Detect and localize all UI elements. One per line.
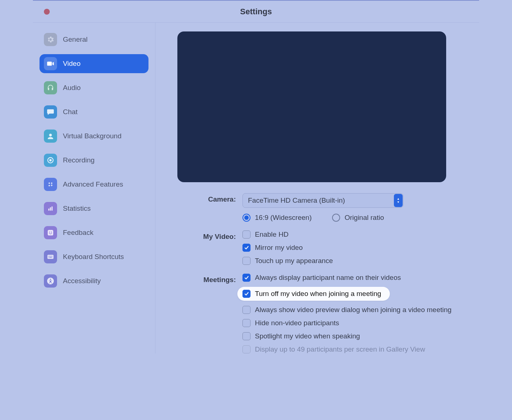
svg-rect-7 [50, 207, 51, 211]
smile-icon [44, 226, 57, 239]
turn-off-video-label: Turn off my video when joining a meeting [255, 290, 381, 298]
sidebar-item-label: Feedback [63, 229, 93, 237]
svg-rect-12 [48, 255, 54, 259]
svg-point-2 [49, 159, 52, 161]
sidebar-item-label: Video [63, 60, 80, 68]
hide-non-video-option[interactable]: Hide non-video participants [242, 319, 464, 327]
sidebar-item-label: Chat [63, 108, 78, 116]
checkbox-icon [242, 345, 251, 353]
svg-rect-8 [52, 206, 53, 211]
my-video-label: My Video: [177, 230, 236, 241]
checkbox-icon [242, 319, 251, 327]
statistics-icon [44, 202, 57, 215]
always-preview-label: Always show video preview dialog when jo… [255, 306, 452, 314]
svg-rect-15 [51, 256, 52, 256]
sidebar-item-label: Advanced Features [63, 180, 123, 188]
always-display-name-option[interactable]: Always display participant name on their… [242, 274, 464, 282]
sidebar-item-virtual-background[interactable]: Virtual Background [39, 127, 148, 146]
checkbox-icon [242, 306, 251, 314]
sidebar-item-recording[interactable]: Recording [39, 151, 148, 170]
gallery-49-option: Display up to 49 participants per screen… [242, 345, 464, 353]
window-title: Settings [240, 7, 272, 16]
aspect-widescreen-option[interactable]: 16:9 (Widescreen) [242, 214, 312, 222]
sidebar-item-accessibility[interactable]: Accessibility [39, 271, 148, 290]
camera-select-value: FaceTime HD Camera (Built-in) [248, 196, 345, 205]
mirror-video-option[interactable]: Mirror my video [242, 244, 464, 252]
always-preview-option[interactable]: Always show video preview dialog when jo… [242, 306, 464, 314]
window-close-button[interactable] [44, 9, 50, 15]
spotlight-option[interactable]: Spotlight my video when speaking [242, 332, 464, 340]
enable-hd-option[interactable]: Enable HD [242, 230, 464, 239]
record-icon [44, 154, 57, 167]
always-display-name-label: Always display participant name on their… [255, 274, 401, 282]
sidebar-item-general[interactable]: General [39, 30, 148, 49]
sidebar: General Video Audio Chat [33, 23, 155, 353]
svg-rect-6 [48, 209, 49, 211]
accessibility-icon [44, 274, 57, 288]
svg-rect-13 [49, 256, 49, 256]
video-preview [177, 31, 446, 182]
svg-rect-9 [48, 230, 53, 236]
stepper-icon: ▲▼ [394, 194, 403, 207]
aspect-original-label: Original ratio [345, 214, 384, 222]
spotlight-label: Spotlight my video when speaking [255, 332, 360, 340]
gallery-49-label: Display up to 49 participants per screen… [255, 345, 425, 353]
enable-hd-label: Enable HD [255, 230, 289, 239]
camera-label: Camera: [177, 193, 236, 203]
sidebar-item-feedback[interactable]: Feedback [39, 223, 148, 242]
touch-up-label: Touch up my appearance [255, 257, 333, 265]
svg-point-11 [51, 232, 52, 233]
keyboard-icon [44, 250, 57, 263]
sidebar-item-keyboard-shortcuts[interactable]: Keyboard Shortcuts [39, 247, 148, 266]
sidebar-item-statistics[interactable]: Statistics [39, 199, 148, 218]
aspect-widescreen-label: 16:9 (Widescreen) [255, 214, 312, 222]
chat-icon [44, 105, 57, 119]
aspect-ratio-group: 16:9 (Widescreen) Original ratio [242, 214, 464, 222]
settings-window: Settings General Video Audio [33, 0, 479, 353]
plus-icon [44, 178, 57, 191]
gear-icon [44, 33, 57, 46]
meetings-label: Meetings: [177, 274, 236, 284]
main-panel: Camera: FaceTime HD Camera (Built-in) ▲▼… [155, 23, 479, 353]
sidebar-item-advanced-features[interactable]: Advanced Features [39, 175, 148, 194]
sidebar-item-label: Audio [63, 84, 81, 92]
svg-point-3 [49, 183, 50, 184]
checkbox-icon [242, 332, 251, 340]
hide-non-video-label: Hide non-video participants [255, 319, 339, 327]
sidebar-item-label: Recording [63, 156, 95, 164]
mirror-video-label: Mirror my video [255, 244, 303, 252]
checkbox-icon [242, 274, 251, 282]
aspect-original-option[interactable]: Original ratio [332, 214, 384, 222]
camera-select[interactable]: FaceTime HD Camera (Built-in) ▲▼ [242, 193, 403, 208]
svg-point-0 [49, 134, 52, 136]
video-icon [44, 57, 57, 70]
person-icon [44, 130, 57, 143]
svg-rect-18 [49, 257, 52, 258]
video-settings-form: Camera: FaceTime HD Camera (Built-in) ▲▼… [177, 193, 464, 353]
touch-up-option[interactable]: Touch up my appearance [242, 257, 464, 265]
titlebar: Settings [33, 1, 479, 23]
sidebar-item-label: Virtual Background [63, 132, 121, 140]
turn-off-video-option[interactable]: Turn off my video when joining a meeting [242, 290, 381, 298]
sidebar-item-video[interactable]: Video [39, 54, 148, 73]
sidebar-item-label: Statistics [63, 205, 91, 213]
svg-point-21 [50, 279, 51, 280]
sidebar-item-chat[interactable]: Chat [39, 102, 148, 121]
checkbox-icon [242, 244, 251, 252]
svg-rect-19 [52, 257, 53, 258]
svg-point-10 [49, 232, 50, 233]
radio-icon [332, 214, 340, 222]
checkbox-icon [242, 257, 251, 265]
svg-rect-14 [50, 256, 50, 256]
svg-point-4 [51, 183, 52, 184]
svg-rect-16 [52, 256, 52, 256]
checkbox-icon [242, 230, 251, 239]
sidebar-item-label: General [63, 35, 88, 44]
svg-rect-17 [49, 257, 49, 258]
svg-point-5 [49, 185, 50, 186]
headphone-icon [44, 81, 57, 94]
sidebar-item-audio[interactable]: Audio [39, 78, 148, 97]
turn-off-video-highlight: Turn off my video when joining a meeting [237, 287, 390, 301]
radio-icon [242, 214, 251, 222]
checkbox-icon [242, 290, 251, 298]
